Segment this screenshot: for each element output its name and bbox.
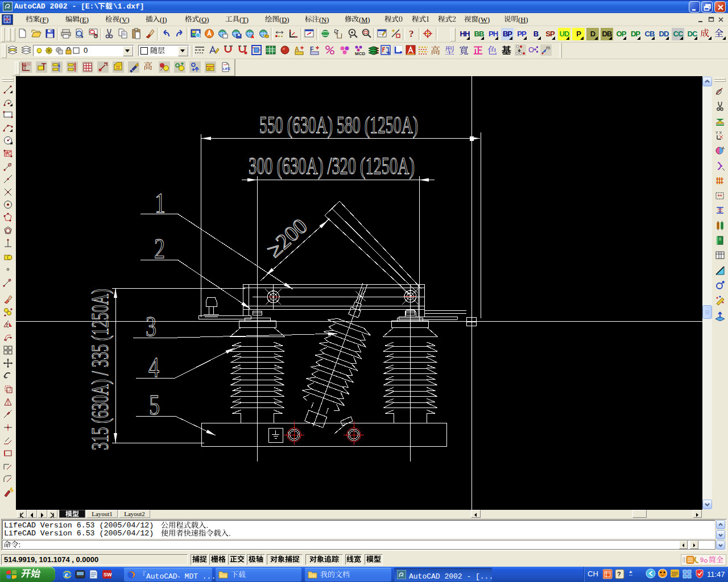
svg-text:?: ? <box>617 571 621 577</box>
svg-text:MCD: MCD <box>355 51 365 56</box>
svg-text:LIFE: LIFE <box>223 67 230 70</box>
svg-text:Y X: Y X <box>715 131 722 135</box>
svg-text:A: A <box>722 146 725 150</box>
svg-text:550 (630A) 580 (1250A): 550 (630A) 580 (1250A) <box>259 112 418 139</box>
svg-text:SW: SW <box>104 572 112 577</box>
svg-text:F: F <box>310 45 314 52</box>
svg-text:≥200: ≥200 <box>262 214 312 262</box>
svg-text:A: A <box>295 45 299 52</box>
svg-text:300 (630A) /320 (1250A): 300 (630A) /320 (1250A) <box>249 153 415 180</box>
svg-text:4: 4 <box>148 351 159 383</box>
svg-text:1: 1 <box>155 187 166 219</box>
svg-text:m: m <box>546 45 551 51</box>
svg-text:?: ? <box>409 28 414 39</box>
svg-text:315 (630A) / 335 (1250A): 315 (630A) / 335 (1250A) <box>87 289 114 450</box>
svg-text:O: O <box>528 45 534 54</box>
svg-text:e: e <box>65 571 68 579</box>
svg-text:9: 9 <box>700 556 704 563</box>
